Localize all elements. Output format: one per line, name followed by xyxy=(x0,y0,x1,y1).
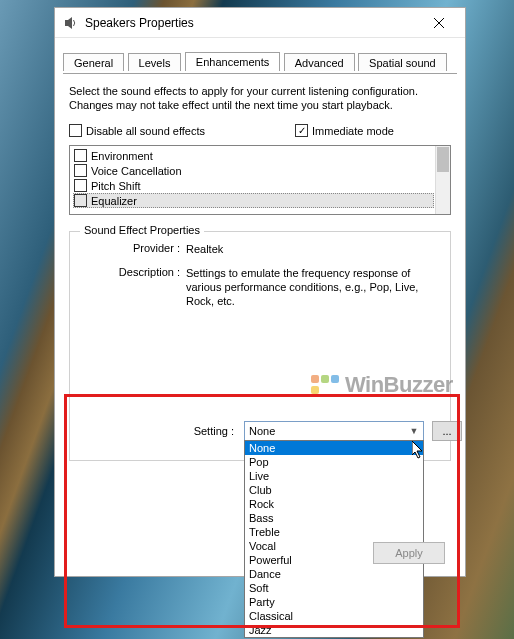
description-value: Settings to emulate the frequency respon… xyxy=(186,266,440,308)
list-item: Pitch Shift xyxy=(73,178,434,193)
close-button[interactable] xyxy=(419,9,459,37)
checkbox-icon xyxy=(74,149,87,162)
tab-enhancements[interactable]: Enhancements xyxy=(185,52,280,71)
dropdown-option[interactable]: Bass xyxy=(245,511,423,525)
setting-dropdown-list[interactable]: None Pop Live Club Rock Bass Treble Voca… xyxy=(244,440,424,638)
dropdown-option[interactable]: Pop xyxy=(245,455,423,469)
checkbox-icon xyxy=(69,124,82,137)
dropdown-option[interactable]: Soft xyxy=(245,581,423,595)
svg-marker-1 xyxy=(68,17,72,29)
effects-listbox[interactable]: Environment Voice Cancellation Pitch Shi… xyxy=(69,145,451,215)
speaker-icon xyxy=(63,15,79,31)
setting-selected-value: None xyxy=(249,425,275,437)
setting-combobox[interactable]: None ▼ xyxy=(244,421,424,441)
provider-value: Realtek xyxy=(186,242,440,256)
desktop-wallpaper: Speakers Properties General Levels Enhan… xyxy=(0,0,514,639)
dropdown-option[interactable]: None xyxy=(245,441,423,455)
dropdown-option[interactable]: Dance xyxy=(245,567,423,581)
list-item: Voice Cancellation xyxy=(73,163,434,178)
dropdown-option[interactable]: Classical xyxy=(245,609,423,623)
dropdown-option[interactable]: Treble xyxy=(245,525,423,539)
window-title: Speakers Properties xyxy=(85,16,419,30)
description-label: Description : xyxy=(80,266,186,308)
intro-text: Select the sound effects to apply for yo… xyxy=(69,84,451,112)
chevron-down-icon: ▼ xyxy=(407,426,421,436)
dropdown-option[interactable]: Rock xyxy=(245,497,423,511)
apply-button[interactable]: Apply xyxy=(373,542,445,564)
immediate-mode-label: Immediate mode xyxy=(312,125,394,137)
group-legend: Sound Effect Properties xyxy=(80,224,204,236)
list-item-equalizer: Equalizer xyxy=(73,193,434,208)
scrollbar-thumb[interactable] xyxy=(437,147,449,172)
tab-spatial-sound[interactable]: Spatial sound xyxy=(358,53,447,71)
titlebar: Speakers Properties xyxy=(55,8,465,38)
tab-strip: General Levels Enhancements Advanced Spa… xyxy=(63,52,457,74)
setting-label: Setting : xyxy=(154,425,236,437)
checkbox-icon xyxy=(74,164,87,177)
scrollbar[interactable] xyxy=(435,146,450,214)
setting-more-button[interactable]: ... xyxy=(432,421,462,441)
list-item: Environment xyxy=(73,148,434,163)
immediate-mode-checkbox[interactable]: ✓ Immediate mode xyxy=(295,124,394,137)
provider-label: Provider : xyxy=(80,242,186,256)
disable-all-effects-checkbox[interactable]: Disable all sound effects xyxy=(69,124,205,137)
tab-general[interactable]: General xyxy=(63,53,124,71)
checkbox-icon xyxy=(74,179,87,192)
dropdown-option[interactable]: Live xyxy=(245,469,423,483)
checkbox-icon: ✓ xyxy=(295,124,308,137)
svg-rect-0 xyxy=(65,20,68,26)
disable-all-label: Disable all sound effects xyxy=(86,125,205,137)
dropdown-option[interactable]: Club xyxy=(245,483,423,497)
checkbox-icon xyxy=(74,194,87,207)
dropdown-option[interactable]: Party xyxy=(245,595,423,609)
dropdown-option[interactable]: Jazz xyxy=(245,623,423,637)
speakers-properties-window: Speakers Properties General Levels Enhan… xyxy=(54,7,466,577)
tab-levels[interactable]: Levels xyxy=(128,53,182,71)
tab-advanced[interactable]: Advanced xyxy=(284,53,355,71)
